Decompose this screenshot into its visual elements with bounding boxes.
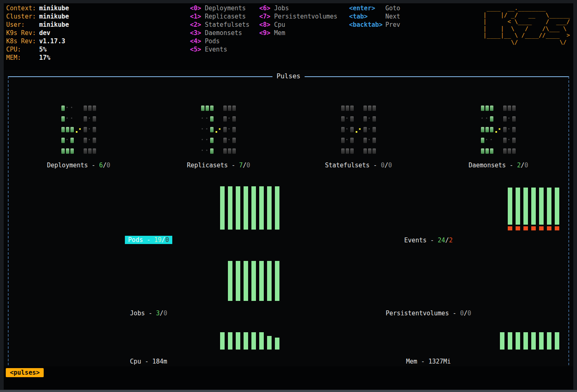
menu-item-persistentvolumes[interactable]: <7>Persistentvolumes: [259, 12, 338, 21]
info-cluster: Cluster:minikube: [6, 12, 69, 21]
cpu-bar-chart: [220, 332, 279, 350]
pods-bar-chart: [220, 186, 279, 230]
cpu-label: Cpu - 184m: [130, 358, 167, 365]
k9s-app-window: Context:minikube Cluster:minikube User:m…: [0, 0, 577, 392]
info-cpu: CPU:5%: [6, 45, 69, 54]
jobs-bar-chart: [228, 261, 279, 301]
statefulsets-label: Statefulsets - 0/0: [325, 162, 392, 169]
mem-bar-chart: [500, 332, 559, 350]
replicasets-dial: [201, 106, 236, 159]
tile-persistentvolumes[interactable]: Persistentvolumes - 0/0: [288, 251, 568, 323]
menu-item-events[interactable]: <5>Events: [190, 45, 249, 54]
info-label: Context:: [6, 4, 39, 12]
menu-item-daemonsets[interactable]: <3>Daemonsets: [190, 29, 249, 37]
k9s-ascii-logo: ____ __.________ | |/ _/ __ \______ | < …: [483, 5, 570, 45]
pulses-crumb[interactable]: <pulses>: [6, 368, 44, 377]
daemonsets-dial: [481, 106, 516, 159]
header: Context:minikube Cluster:minikube User:m…: [4, 3, 573, 70]
mem-label: Mem - 1327Mi: [406, 358, 450, 365]
hotkey: <0>: [190, 4, 205, 12]
hotkey: <tab>: [349, 12, 385, 21]
tile-daemonsets[interactable]: Daemonsets - 2/0: [429, 77, 569, 176]
hotkey: <2>: [190, 21, 205, 29]
info-label: Cluster:: [6, 12, 39, 21]
info-mem: MEM:17%: [6, 54, 69, 62]
shortcut-next[interactable]: <tab>Next: [349, 12, 400, 21]
resource-menu-col1: <0>Deployments <1>Replicasets <2>Statefu…: [190, 4, 249, 54]
info-user: User:minikube: [6, 21, 69, 29]
tile-mem[interactable]: Mem - 1327Mi: [288, 323, 568, 369]
hotkey: <9>: [259, 29, 274, 37]
info-label: K9s Rev:: [6, 29, 39, 37]
info-value: 5%: [39, 46, 47, 53]
menu-item-pods[interactable]: <4>Pods: [190, 37, 249, 45]
tile-events[interactable]: Events - 24/2: [288, 176, 568, 251]
info-label: CPU:: [6, 45, 39, 54]
persistentvolumes-label: Persistentvolumes - 0/0: [386, 310, 471, 317]
tile-pods[interactable]: Pods - 19/0: [9, 176, 288, 251]
hotkey: <4>: [190, 37, 205, 45]
panel-title: Pulses: [272, 72, 305, 80]
info-k8s-rev: K8s Rev:v1.17.3: [6, 37, 69, 45]
info-value: minikube: [39, 13, 69, 20]
info-value: 17%: [39, 54, 50, 61]
menu-item-deployments[interactable]: <0>Deployments: [190, 4, 249, 12]
hotkey: <backtab>: [349, 21, 385, 29]
menu-item-mem[interactable]: <9>Mem: [259, 29, 338, 37]
resource-menu-col2: <6>Jobs <7>Persistentvolumes <8>Cpu <9>M…: [259, 4, 338, 37]
nav-shortcuts: <enter>Goto <tab>Next <backtab>Prev: [349, 4, 400, 29]
hotkey: <6>: [259, 4, 274, 12]
deployments-dial: [61, 106, 96, 159]
info-value: minikube: [39, 21, 69, 28]
tile-cpu[interactable]: Cpu - 184m: [9, 323, 288, 369]
events-bar-chart: [508, 188, 559, 230]
info-label: MEM:: [6, 54, 39, 62]
tile-jobs[interactable]: Jobs - 3/0: [9, 251, 288, 323]
replicasets-label: Replicasets - 7/0: [187, 162, 250, 169]
hotkey: <1>: [190, 12, 205, 21]
info-k9s-rev: K9s Rev:dev: [6, 29, 69, 37]
info-value: v1.17.3: [39, 38, 65, 45]
pods-label: Pods - 19/0: [125, 236, 172, 244]
info-label: K8s Rev:: [6, 37, 39, 45]
terminal-surface: Context:minikube Cluster:minikube User:m…: [4, 3, 573, 390]
hotkey: <8>: [259, 21, 274, 29]
hotkey: <7>: [259, 12, 274, 21]
info-value: minikube: [39, 5, 69, 12]
window-bottom-edge: [0, 390, 577, 392]
cluster-info: Context:minikube Cluster:minikube User:m…: [6, 4, 69, 62]
tile-statefulsets[interactable]: Statefulsets - 0/0: [288, 77, 429, 176]
menu-item-statefulsets[interactable]: <2>Statefulsets: [190, 21, 249, 29]
crumbs-bar: <pulses>: [4, 366, 573, 390]
jobs-label: Jobs - 3/0: [130, 310, 167, 317]
hotkey: <3>: [190, 29, 205, 37]
info-context: Context:minikube: [6, 4, 69, 12]
tile-replicasets[interactable]: Replicasets - 7/0: [149, 77, 289, 176]
info-label: User:: [6, 21, 39, 29]
deployments-label: Deployments - 6/0: [47, 162, 110, 169]
shortcut-prev[interactable]: <backtab>Prev: [349, 21, 400, 29]
info-value: dev: [39, 29, 50, 37]
menu-item-cpu[interactable]: <8>Cpu: [259, 21, 338, 29]
hotkey: <enter>: [349, 4, 385, 12]
hotkey: <5>: [190, 45, 205, 54]
menu-item-replicasets[interactable]: <1>Replicasets: [190, 12, 249, 21]
shortcut-goto[interactable]: <enter>Goto: [349, 4, 400, 12]
pulses-grid: Deployments - 6/0 Replicasets - 7/0 Stat…: [9, 77, 568, 369]
tile-deployments[interactable]: Deployments - 6/0: [9, 77, 149, 176]
events-label: Events - 24/2: [404, 237, 453, 244]
pulses-panel: Pulses Deployments - 6/0 Replicasets - 7…: [8, 76, 569, 369]
menu-item-jobs[interactable]: <6>Jobs: [259, 4, 338, 12]
daemonsets-label: Daemonsets - 2/0: [469, 162, 528, 169]
statefulsets-dial: [341, 106, 376, 159]
